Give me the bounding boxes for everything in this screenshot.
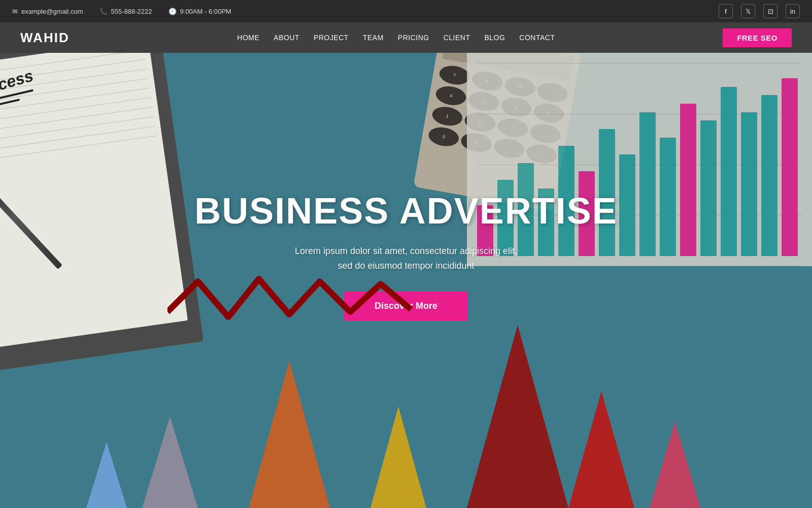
topbar-social: f 𝕏 ⊡ in xyxy=(719,4,800,18)
notebook-line xyxy=(0,136,157,162)
topbar-email: ✉ example@gmail.com xyxy=(12,8,83,15)
cone-blue xyxy=(86,442,127,508)
calc-btn: 1 xyxy=(431,105,464,128)
hero-subtitle-line2: sed do eiusmod tempor incididunt xyxy=(337,261,474,271)
calc-btn: 7 xyxy=(438,64,471,87)
topbar-contact-info: ✉ example@gmail.com 📞 555-888-2222 🕘 9:0… xyxy=(12,8,231,15)
topbar-hours: 🕘 9:00AM - 6:00PM xyxy=(168,8,231,15)
chart-hline xyxy=(477,63,802,64)
zigzag-decoration xyxy=(167,271,421,332)
twitter-icon[interactable]: 𝕏 xyxy=(741,4,755,18)
clock-icon: 🕘 xyxy=(168,8,177,15)
facebook-icon[interactable]: f xyxy=(719,4,733,18)
nav-contact[interactable]: CONTACT xyxy=(519,34,555,42)
nav-about[interactable]: ABOUT xyxy=(274,34,299,42)
hero-title: BUSINESS ADVERTISE xyxy=(0,190,812,232)
email-icon: ✉ xyxy=(12,8,18,15)
flickr-icon[interactable]: ⊡ xyxy=(763,4,777,18)
linkedin-icon[interactable]: in xyxy=(786,4,800,18)
topbar: ✉ example@gmail.com 📞 555-888-2222 🕘 9:0… xyxy=(0,0,812,22)
brand-logo[interactable]: WAHID xyxy=(20,30,70,46)
nav-project[interactable]: PROJECT xyxy=(314,34,349,42)
free-seo-button[interactable]: FREE SEO xyxy=(723,28,792,47)
calc-btn: 4 xyxy=(434,84,468,107)
nav-links: HOME ABOUT PROJECT TEAM PRICING CLIENT B… xyxy=(237,33,555,42)
hero-section: success 7 8 9 ÷ 4 5 6 × 1 2 3 − 0 00 . + xyxy=(0,53,812,508)
cone-pink xyxy=(650,422,700,508)
nav-pricing[interactable]: PRICING xyxy=(398,34,429,42)
phone-text: 555-888-2222 xyxy=(111,8,152,15)
nav-blog[interactable]: BLOG xyxy=(484,34,505,42)
cone-red xyxy=(568,391,634,508)
phone-icon: 📞 xyxy=(99,8,108,15)
nav-team[interactable]: TEAM xyxy=(363,34,384,42)
nav-home[interactable]: HOME xyxy=(237,34,259,42)
cone-gray xyxy=(142,417,198,508)
cone-dark-red xyxy=(467,325,568,508)
cone-yellow xyxy=(370,406,426,508)
nav-client[interactable]: CLIENT xyxy=(444,34,470,42)
calc-btn: 0 xyxy=(427,125,461,148)
email-text: example@gmail.com xyxy=(21,8,83,15)
navbar: WAHID HOME ABOUT PROJECT TEAM PRICING CL… xyxy=(0,22,812,53)
hero-subtitle: Lorem ipsum dolor sit amet, consectetur … xyxy=(0,244,812,273)
topbar-phone: 📞 555-888-2222 xyxy=(99,8,152,15)
cone-orange xyxy=(249,361,330,508)
hero-subtitle-line1: Lorem ipsum dolor sit amet, consectetur … xyxy=(295,246,517,256)
hours-text: 9:00AM - 6:00PM xyxy=(180,8,231,15)
